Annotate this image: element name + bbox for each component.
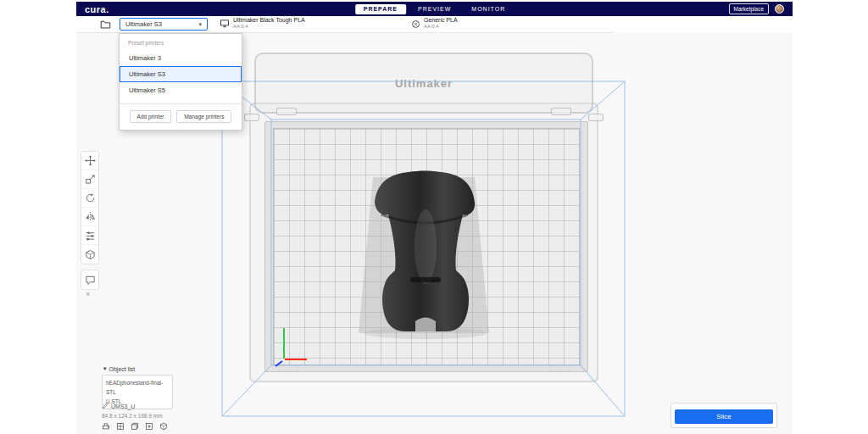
stage-tabs: PREPARE PREVIEW MONITOR — [355, 4, 515, 14]
slice-button[interactable]: Slice — [675, 409, 773, 424]
extruder-1-nozzle: AA 0.4 — [233, 24, 305, 29]
open-file-icon[interactable] — [100, 19, 111, 30]
dropdown-item-ultimaker-s5[interactable]: Ultimaker S5 — [120, 82, 242, 98]
scale-tool-button[interactable] — [81, 170, 98, 189]
manage-printers-button[interactable]: Manage printers — [176, 110, 231, 123]
tab-preview[interactable]: PREVIEW — [409, 4, 459, 14]
add-printer-button[interactable]: Add printer — [130, 110, 172, 123]
support-blocker-button[interactable] — [81, 245, 98, 264]
model-dimensions: 84.8 x 124.2 x 198.9 mm — [102, 413, 163, 419]
machine-name-row[interactable]: UMS3_U — [102, 403, 135, 409]
extruder-2-nozzle: AA 0.4 — [424, 24, 458, 29]
extruder-2-material: Generic PLA — [424, 17, 458, 23]
close-icon[interactable]: × — [86, 290, 90, 298]
move-icon — [85, 155, 96, 166]
cura-window: cura. PREPARE PREVIEW MONITOR Marketplac… — [76, 0, 793, 434]
comment-icon — [85, 275, 96, 286]
chevron-down-icon: ▾ — [103, 365, 107, 372]
bottom-tools-row — [102, 422, 168, 431]
rename-pencil-icon — [102, 403, 108, 409]
build-plate-icon[interactable] — [116, 422, 125, 431]
avatar[interactable] — [775, 4, 784, 14]
printer-dropdown-panel: Preset printers Ultimaker 3 Ultimaker S3… — [119, 33, 242, 131]
cube-icon[interactable] — [159, 422, 168, 431]
tab-prepare[interactable]: PREPARE — [355, 4, 406, 14]
per-model-settings-icon — [85, 230, 96, 241]
dropdown-section-label: Preset printers — [120, 34, 242, 50]
support-blocker-icon — [85, 249, 96, 260]
rotate-icon — [85, 192, 96, 203]
per-model-settings-button[interactable] — [81, 226, 98, 245]
dropdown-item-ultimaker-3[interactable]: Ultimaker 3 — [120, 50, 242, 66]
copy-icon[interactable] — [131, 422, 139, 431]
dropdown-item-ultimaker-s3[interactable]: Ultimaker S3 — [120, 66, 242, 82]
extruder-2-icon — [411, 17, 420, 32]
extruder-2-config[interactable]: Generic PLA AA 0.4 — [411, 17, 458, 32]
mirror-icon — [85, 211, 96, 222]
object-list-item[interactable]: hEADphonestand-final-STL — [106, 378, 169, 397]
header-right: Marketplace — [729, 3, 784, 14]
marketplace-button[interactable]: Marketplace — [729, 3, 769, 14]
move-tool-button[interactable] — [81, 152, 98, 170]
object-list-label: Object list — [109, 366, 136, 372]
object-list-toggle[interactable]: ▾ Object list — [103, 365, 135, 372]
dropdown-footer: Add printer Manage printers — [120, 103, 242, 125]
feedback-panel — [81, 270, 99, 290]
machine-name: UMS3_U — [111, 403, 135, 409]
header-bar: cura. PREPARE PREVIEW MONITOR Marketplac… — [76, 2, 793, 16]
printer-selector-label: Ultimaker S3 — [125, 20, 162, 28]
extruder-1-config[interactable]: Ultimaker Black Tough PLA AA 0.4 — [220, 17, 399, 32]
rotate-tool-button[interactable] — [81, 189, 98, 208]
chevron-down-icon: ▾ — [198, 21, 202, 27]
scale-icon — [85, 174, 96, 185]
configuration-toolbar: Ultimaker S3 ▾ Ultimaker Black Tough PLA… — [76, 16, 793, 33]
mirror-tool-button[interactable] — [81, 208, 98, 226]
printer-display-icon — [220, 17, 230, 32]
extruder-1-material: Ultimaker Black Tough PLA — [233, 17, 305, 23]
printer-icon[interactable] — [102, 422, 110, 431]
slice-panel: Slice — [670, 403, 777, 428]
printer-selector[interactable]: Ultimaker S3 ▾ — [120, 18, 208, 31]
tab-monitor[interactable]: MONITOR — [463, 4, 514, 14]
comment-button[interactable] — [81, 270, 98, 289]
duplicate-icon[interactable] — [145, 422, 153, 431]
model-tools-panel — [81, 151, 99, 264]
cura-logo: cura. — [85, 4, 109, 14]
